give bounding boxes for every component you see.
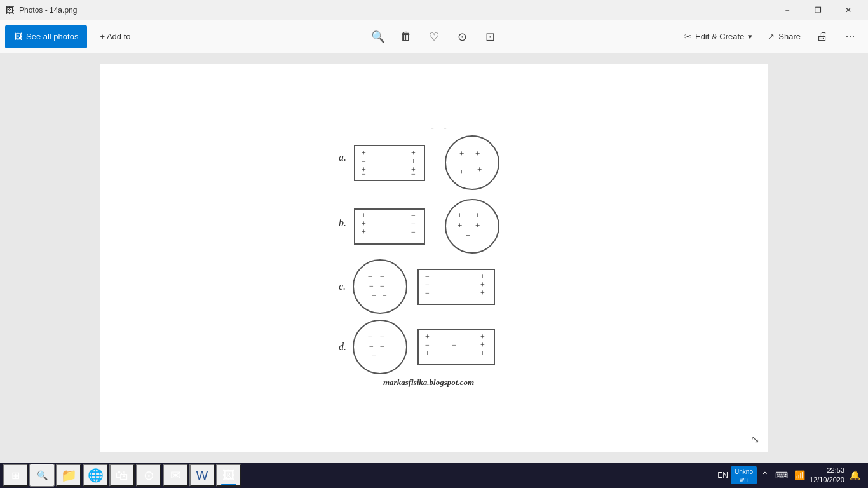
search-button[interactable]: 🔍 (29, 464, 55, 487)
svg-text:+: + (459, 167, 464, 177)
svg-text:+: + (362, 227, 366, 236)
svg-text:+: + (425, 349, 430, 358)
svg-text:+: + (459, 149, 464, 158)
taskbar-right: EN Unknown ⌃ ⌨ 📶 22:53 12/10/2020 🔔 (717, 466, 865, 485)
svg-text:−: − (369, 281, 374, 290)
time-display[interactable]: 22:53 12/10/2020 (810, 466, 844, 485)
title-bar-left: 🖼 Photos - 14a.png (5, 5, 77, 15)
photos-icon: 🖼 (14, 32, 22, 41)
chevron-up-icon[interactable]: ⌃ (759, 470, 771, 480)
file-explorer-button[interactable]: 📁 (56, 464, 81, 487)
svg-text:−: − (369, 342, 374, 351)
title-bar-controls: − ❐ ✕ (773, 0, 863, 20)
svg-text:−: − (411, 211, 416, 220)
start-button[interactable]: ⊞ (3, 464, 28, 487)
svg-text:+: + (425, 332, 430, 341)
svg-text:-: - (444, 123, 447, 132)
photo-container: - - a. + − + − + + + − + + + + + b. (100, 64, 768, 452)
svg-text:−: − (411, 219, 416, 228)
svg-text:b.: b. (339, 217, 346, 228)
svg-text:−: − (368, 272, 372, 281)
photos-button[interactable]: 🖼 (216, 464, 241, 487)
physics-diagram: - - a. + − + − + + + − + + + + + b. (332, 121, 536, 395)
edge-button[interactable]: 🌐 (83, 464, 108, 487)
delete-button[interactable]: 🗑 (393, 24, 419, 50)
svg-text:a.: a. (339, 152, 346, 163)
crop-button[interactable]: ⊡ (477, 24, 503, 50)
print-icon: 🖨 (817, 30, 828, 43)
mail-icon: ✉ (170, 468, 181, 483)
share-button[interactable]: ↗ Share (761, 25, 807, 48)
svg-text:−: − (368, 332, 372, 341)
date: 12/10/2020 (810, 475, 844, 485)
edge-icon: 🌐 (88, 468, 104, 483)
edit-create-label: Edit & Create (695, 32, 744, 41)
mail-button[interactable]: ✉ (163, 464, 188, 487)
svg-text:+: + (362, 149, 366, 158)
svg-text:+: + (477, 165, 482, 174)
lang-button[interactable]: Unknown (731, 466, 757, 484)
expand-icon: ⤡ (751, 434, 759, 445)
svg-text:−: − (380, 272, 384, 281)
chrome-button[interactable]: ⊙ (136, 464, 161, 487)
expand-button[interactable]: ⤡ (747, 431, 763, 447)
add-to-button[interactable]: + Add to (92, 25, 138, 48)
close-button[interactable]: ✕ (834, 0, 863, 20)
see-all-label: See all photos (26, 32, 78, 41)
svg-text:c.: c. (339, 281, 346, 292)
favorite-button[interactable]: ♡ (421, 24, 447, 50)
keyboard-icon[interactable]: ⌨ (773, 470, 790, 480)
svg-text:−: − (372, 351, 376, 360)
share-icon: ↗ (768, 32, 775, 41)
lang-label: EN (717, 471, 728, 480)
print-button[interactable]: 🖨 (810, 24, 835, 50)
store-button[interactable]: 🛍 (109, 464, 135, 487)
word-icon: W (196, 468, 208, 483)
add-to-label: + Add to (100, 32, 130, 41)
title-bar-icon: 🖼 (5, 5, 14, 15)
svg-text:+: + (362, 219, 366, 228)
see-all-photos-button[interactable]: 🖼 See all photos (5, 25, 87, 48)
svg-text:−: − (380, 281, 384, 290)
svg-text:+: + (362, 211, 366, 220)
notification-button[interactable]: 🔔 (847, 470, 863, 480)
svg-text:+: + (475, 210, 480, 220)
svg-text:+: + (466, 231, 470, 240)
more-button[interactable]: ··· (837, 24, 863, 50)
clock: 22:53 (810, 466, 844, 475)
toolbar-center-icons: 🔍 🗑 ♡ ⊙ ⊡ (365, 24, 503, 50)
svg-text:+: + (411, 149, 416, 158)
svg-text:+: + (458, 210, 462, 220)
svg-text:+: + (411, 157, 416, 166)
svg-text:+: + (475, 149, 480, 158)
search-icon: 🔍 (37, 470, 48, 480)
svg-text:−: − (372, 291, 376, 300)
svg-text:−: − (380, 332, 384, 341)
svg-text:+: + (480, 349, 485, 358)
scissors-icon: ✂ (684, 32, 691, 41)
svg-text:−: − (383, 291, 387, 300)
person-circle-button[interactable]: ⊙ (449, 24, 475, 50)
svg-text:−: − (425, 288, 430, 297)
zoom-in-button[interactable]: 🔍 (365, 24, 391, 50)
wifi-icon[interactable]: 📶 (792, 470, 807, 480)
minimize-button[interactable]: − (773, 0, 802, 20)
word-button[interactable]: W (189, 464, 215, 487)
svg-text:−: − (411, 227, 416, 236)
title-bar: 🖼 Photos - 14a.png − ❐ ✕ (0, 0, 868, 20)
svg-text:−: − (411, 170, 416, 179)
edit-create-button[interactable]: ✂ Edit & Create ▾ (678, 25, 759, 48)
svg-text:−: − (425, 280, 430, 289)
taskbar: ⊞ 🔍 📁 🌐 🛍 ⊙ ✉ W 🖼 EN Unknown ⌃ ⌨ 📶 22:53… (0, 463, 868, 488)
store-icon: 🛍 (116, 468, 128, 483)
svg-text:d.: d. (339, 341, 346, 352)
toolbar: 🖼 See all photos + Add to 🔍 🗑 ♡ ⊙ ⊡ ✂ Ed… (0, 20, 868, 53)
chrome-icon: ⊙ (144, 468, 154, 483)
svg-text:+: + (475, 220, 480, 230)
svg-text:−: − (380, 342, 384, 351)
chevron-down-icon: ▾ (748, 32, 752, 41)
svg-text:+: + (468, 158, 472, 168)
title-bar-title: Photos - 14a.png (19, 6, 77, 15)
maximize-button[interactable]: ❐ (803, 0, 832, 20)
svg-text:−: − (425, 341, 430, 349)
